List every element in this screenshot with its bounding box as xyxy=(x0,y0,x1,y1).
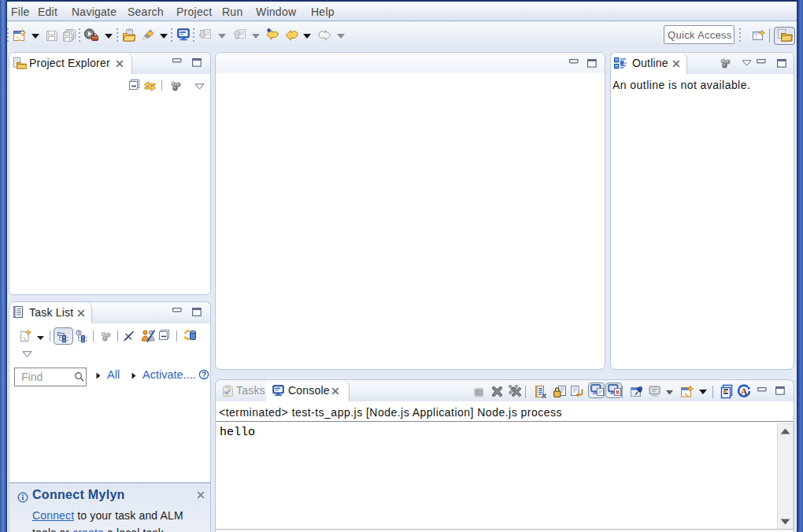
svg-text:A: A xyxy=(740,386,748,397)
svg-text:?: ? xyxy=(202,371,206,379)
